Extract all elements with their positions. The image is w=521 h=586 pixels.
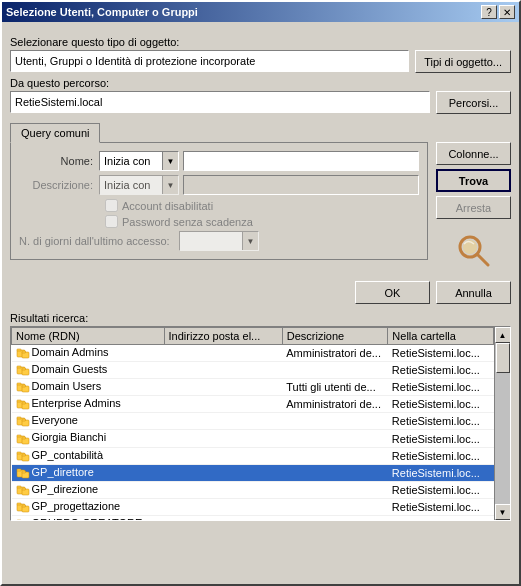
- path-field-wrap: [10, 91, 430, 113]
- cell-folder: [388, 515, 494, 520]
- cell-email: [164, 430, 282, 447]
- cell-desc: Amministratori de...: [282, 345, 388, 362]
- nome-row: Nome: Inizia con ▼: [19, 151, 419, 171]
- svg-rect-38: [22, 488, 26, 490]
- giorni-label: N. di giorni dall'ultimo accesso:: [19, 235, 179, 247]
- col-header-nome[interactable]: Nome (RDN): [12, 328, 165, 345]
- table-row[interactable]: GP_contabilitàRetieSistemi.loc...: [12, 447, 494, 464]
- cell-name: Domain Users: [12, 379, 165, 396]
- annulla-button[interactable]: Annulla: [436, 281, 511, 304]
- cell-email: [164, 464, 282, 481]
- giorni-combo-arrow[interactable]: ▼: [242, 232, 258, 250]
- descrizione-row: Descrizione: Inizia con ▼: [19, 175, 419, 195]
- col-header-descrizione[interactable]: Descrizione: [282, 328, 388, 345]
- svg-rect-16: [17, 400, 21, 402]
- results-scroll-area[interactable]: Nome (RDN) Indirizzo posta el... Descriz…: [11, 327, 494, 520]
- password-scadenza-row: Password senza scadenza: [105, 215, 419, 228]
- cell-desc: [282, 464, 388, 481]
- table-row[interactable]: GP_direzioneRetieSistemi.loc...: [12, 481, 494, 498]
- cell-desc: [282, 362, 388, 379]
- password-scadenza-checkbox[interactable]: [105, 215, 118, 228]
- table-row[interactable]: GRUPPO CREATORE: [12, 515, 494, 520]
- cell-desc: [282, 498, 388, 515]
- nome-label: Nome:: [19, 155, 99, 167]
- tipi-oggetto-button[interactable]: Tipi di oggetto...: [415, 50, 511, 73]
- table-row[interactable]: EveryoneRetieSistemi.loc...: [12, 413, 494, 430]
- svg-rect-18: [22, 402, 26, 404]
- object-type-input[interactable]: [10, 50, 409, 72]
- cell-email: [164, 362, 282, 379]
- giorni-row: N. di giorni dall'ultimo accesso: ▼: [19, 231, 419, 251]
- svg-rect-26: [22, 437, 26, 439]
- cell-desc: Tutti gli utenti de...: [282, 379, 388, 396]
- vertical-scrollbar[interactable]: ▲ ▼: [494, 327, 510, 520]
- percorsi-button[interactable]: Percorsi...: [436, 91, 511, 114]
- nome-input[interactable]: [183, 151, 419, 171]
- object-type-label: Selezionare questo tipo di oggetto:: [10, 36, 511, 48]
- cell-name: GP_contabilità: [12, 447, 165, 464]
- cell-email: [164, 498, 282, 515]
- account-disabilitati-row: Account disabilitati: [105, 199, 419, 212]
- svg-rect-30: [22, 454, 26, 456]
- cell-name: Everyone: [12, 413, 165, 430]
- table-row[interactable]: Domain UsersTutti gli utenti de...RetieS…: [12, 379, 494, 396]
- cell-email: [164, 413, 282, 430]
- nome-text-wrap: [183, 151, 419, 171]
- table-row[interactable]: Domain GuestsRetieSistemi.loc...: [12, 362, 494, 379]
- help-button[interactable]: ?: [481, 5, 497, 19]
- account-disabilitati-checkbox[interactable]: [105, 199, 118, 212]
- cell-folder: RetieSistemi.loc...: [388, 396, 494, 413]
- main-window: Selezione Utenti, Computer o Gruppi ? ✕ …: [0, 0, 521, 586]
- svg-line-1: [477, 254, 488, 265]
- close-button[interactable]: ✕: [499, 5, 515, 19]
- descrizione-combo[interactable]: Inizia con ▼: [99, 175, 179, 195]
- nome-combo[interactable]: Inizia con ▼: [99, 151, 179, 171]
- table-row[interactable]: Domain AdminsAmministratori de...RetieSi…: [12, 345, 494, 362]
- descrizione-input[interactable]: [183, 175, 419, 195]
- cell-name: GP_progettazione: [12, 498, 165, 515]
- arresta-button[interactable]: Arresta: [436, 196, 511, 219]
- cell-folder: RetieSistemi.loc...: [388, 379, 494, 396]
- path-input[interactable]: [10, 91, 430, 113]
- nome-combo-arrow[interactable]: ▼: [162, 152, 178, 170]
- cell-name: Giorgia Bianchi: [12, 430, 165, 447]
- colonne-button[interactable]: Colonne...: [436, 142, 511, 165]
- cell-email: [164, 396, 282, 413]
- results-table: Nome (RDN) Indirizzo posta el... Descriz…: [11, 327, 494, 520]
- dialog-content: Selezionare questo tipo di oggetto: Tipi…: [2, 22, 519, 529]
- cell-email: [164, 345, 282, 362]
- cell-folder: RetieSistemi.loc...: [388, 464, 494, 481]
- cell-name: GP_direzione: [12, 481, 165, 498]
- svg-rect-40: [17, 503, 21, 505]
- table-row[interactable]: Enterprise AdminsAmministratori de...Ret…: [12, 396, 494, 413]
- window-title: Selezione Utenti, Computer o Gruppi: [6, 6, 198, 18]
- search-icon: [454, 231, 494, 271]
- ok-button[interactable]: OK: [355, 281, 430, 304]
- cell-folder: RetieSistemi.loc...: [388, 481, 494, 498]
- path-label: Da questo percorso:: [10, 77, 511, 89]
- tab-query-comuni[interactable]: Query comuni: [10, 123, 100, 143]
- svg-rect-24: [17, 435, 21, 437]
- scroll-up-arrow[interactable]: ▲: [495, 327, 511, 343]
- col-header-nella[interactable]: Nella cartella: [388, 328, 494, 345]
- results-table-container: Nome (RDN) Indirizzo posta el... Descriz…: [10, 326, 511, 521]
- descrizione-label: Descrizione:: [19, 179, 99, 191]
- table-row[interactable]: Giorgia BianchiRetieSistemi.loc...: [12, 430, 494, 447]
- table-row[interactable]: GP_progettazioneRetieSistemi.loc...: [12, 498, 494, 515]
- title-bar: Selezione Utenti, Computer o Gruppi ? ✕: [2, 2, 519, 22]
- scroll-down-arrow[interactable]: ▼: [495, 504, 511, 520]
- trova-button[interactable]: Trova: [436, 169, 511, 192]
- svg-rect-22: [22, 419, 26, 421]
- cell-desc: [282, 515, 388, 520]
- cell-email: [164, 379, 282, 396]
- cell-name: Domain Guests: [12, 362, 165, 379]
- cell-name: GRUPPO CREATORE: [12, 515, 165, 520]
- giorni-combo[interactable]: ▼: [179, 231, 259, 251]
- table-row[interactable]: GP_direttoreRetieSistemi.loc...: [12, 464, 494, 481]
- svg-rect-6: [22, 351, 26, 353]
- descrizione-combo-arrow[interactable]: ▼: [162, 176, 178, 194]
- cell-name: GP_direttore: [12, 464, 165, 481]
- object-type-row: Tipi di oggetto...: [10, 50, 511, 73]
- col-header-indirizzo[interactable]: Indirizzo posta el...: [164, 328, 282, 345]
- scroll-thumb[interactable]: [496, 343, 510, 373]
